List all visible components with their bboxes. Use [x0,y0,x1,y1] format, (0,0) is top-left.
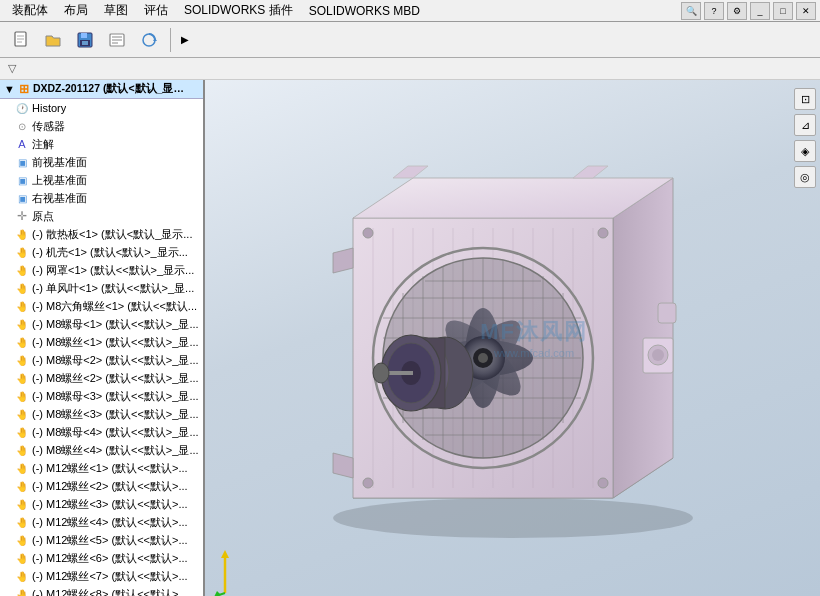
settings-btn[interactable]: ⚙ [727,2,747,20]
m8bolt1-icon: 🤚 [14,298,30,314]
tree-item-m12s8[interactable]: 🤚 (-) M12螺丝<8> (默认<<默认>... [0,585,203,596]
sensor-icon: ⊙ [14,118,30,134]
m12s7-label: (-) M12螺丝<7> (默认<<默认>... [32,569,188,584]
main-layout: ▼ ⊞ DXDZ-201127 (默认<默认_显示状态 🕐 History ⊙ … [0,80,820,596]
tree-item-m8screw2[interactable]: 🤚 (-) M8螺丝<2> (默认<<默认>_显... [0,369,203,387]
tree-item-sensor[interactable]: ⊙ 传感器 [0,117,203,135]
tree-item-m12s2[interactable]: 🤚 (-) M12螺丝<2> (默认<<默认>... [0,477,203,495]
svg-marker-72 [393,166,428,178]
tree-item-right-plane[interactable]: ▣ 右视基准面 [0,189,203,207]
m12s1-icon: 🤚 [14,460,30,476]
m8nut1-icon: 🤚 [14,316,30,332]
svg-point-76 [363,478,373,488]
m12s6-label: (-) M12螺丝<6> (默认<<默认>... [32,551,188,566]
m8bolt1-label: (-) M8六角螺丝<1> (默认<<默认... [32,299,197,314]
properties-button[interactable] [102,26,132,54]
m12s1-label: (-) M12螺丝<1> (默认<<默认>... [32,461,188,476]
m12s8-icon: 🤚 [14,586,30,596]
m12s6-icon: 🤚 [14,550,30,566]
tree-item-origin[interactable]: ✛ 原点 [0,207,203,225]
open-button[interactable] [38,26,68,54]
m12s5-icon: 🤚 [14,532,30,548]
zoom-fit-btn[interactable]: ⊡ [794,88,816,110]
display-style-btn[interactable]: ◈ [794,140,816,162]
tree-item-note[interactable]: A 注解 [0,135,203,153]
m8screw1-icon: 🤚 [14,334,30,350]
filter-bar: ▽ [0,58,820,80]
svg-marker-66 [333,248,353,273]
tree-item-top-plane[interactable]: ▣ 上视基准面 [0,171,203,189]
svg-point-74 [363,228,373,238]
tree-root-label: DXDZ-201127 (默认<默认_显示状态 [33,82,188,96]
tree-item-front-plane[interactable]: ▣ 前视基准面 [0,153,203,171]
model-svg [273,118,753,558]
front-plane-label: 前视基准面 [32,155,87,170]
hide-show-btn[interactable]: ◎ [794,166,816,188]
right-plane-label: 右视基准面 [32,191,87,206]
menu-sw-mbd[interactable]: SOLIDWORKS MBD [301,2,428,20]
top-plane-label: 上视基准面 [32,173,87,188]
search-btn[interactable]: 🔍 [681,2,701,20]
tree-item-m8bolt1[interactable]: 🤚 (-) M8六角螺丝<1> (默认<<默认... [0,297,203,315]
maximize-btn[interactable]: □ [773,2,793,20]
tree-item-m8screw3[interactable]: 🤚 (-) M8螺丝<3> (默认<<默认>_显... [0,405,203,423]
3d-viewport[interactable]: MF沐风网 www.mfcad.com ⊡ ⊿ ◈ ◎ [205,80,820,596]
svg-point-65 [373,363,389,383]
m12s7-icon: 🤚 [14,568,30,584]
tree-item-m12s4[interactable]: 🤚 (-) M12螺丝<4> (默认<<默认>... [0,513,203,531]
m8screw3-icon: 🤚 [14,406,30,422]
m8nut4-label: (-) M8螺母<4> (默认<<默认>_显... [32,425,199,440]
menu-layout[interactable]: 布局 [56,0,96,21]
m8nut4-icon: 🤚 [14,424,30,440]
menu-evaluate[interactable]: 评估 [136,0,176,21]
svg-point-75 [598,228,608,238]
save-button[interactable] [70,26,100,54]
rotate-button[interactable] [134,26,164,54]
expand-icon[interactable]: ▼ [4,83,15,95]
tree-item-history[interactable]: 🕐 History [0,99,203,117]
tree-item-m8nut1[interactable]: 🤚 (-) M8螺母<1> (默认<<默认>_显... [0,315,203,333]
menu-sw-plugins[interactable]: SOLIDWORKS 插件 [176,0,301,21]
help-btn[interactable]: ? [704,2,724,20]
shell-icon: 🤚 [14,244,30,260]
tree-item-heatsink[interactable]: 🤚 (-) 散热板<1> (默认<默认_显示... [0,225,203,243]
new-button[interactable] [6,26,36,54]
svg-rect-5 [81,33,87,38]
m8screw4-icon: 🤚 [14,442,30,458]
right-plane-icon: ▣ [14,190,30,206]
tree-item-m8screw4[interactable]: 🤚 (-) M8螺丝<4> (默认<<默认>_显... [0,441,203,459]
svg-marker-13 [153,38,157,41]
tree-item-shell[interactable]: 🤚 (-) 机壳<1> (默认<默认>_显示... [0,243,203,261]
heatsink-label: (-) 散热板<1> (默认<默认_显示... [32,227,192,242]
model-container [205,80,820,596]
tree-scroll-area[interactable]: 🕐 History ⊙ 传感器 A 注解 ▣ 前视基准面 [0,99,203,596]
minimize-btn[interactable]: _ [750,2,770,20]
toolbar-more-button[interactable]: ▶ [177,26,193,54]
close-btn[interactable]: ✕ [796,2,816,20]
m8screw1-label: (-) M8螺丝<1> (默认<<默认>_显... [32,335,199,350]
menu-assembly[interactable]: 装配体 [4,0,56,21]
tree-item-m12s6[interactable]: 🤚 (-) M12螺丝<6> (默认<<默认>... [0,549,203,567]
svg-marker-81 [214,591,221,596]
tree-item-m12s7[interactable]: 🤚 (-) M12螺丝<7> (默认<<默认>... [0,567,203,585]
shell-label: (-) 机壳<1> (默认<默认>_显示... [32,245,188,260]
tree-item-m8nut2[interactable]: 🤚 (-) M8螺母<2> (默认<<默认>_显... [0,351,203,369]
tree-item-guard[interactable]: 🤚 (-) 网罩<1> (默认<<默认>_显示... [0,261,203,279]
tree-item-m12s5[interactable]: 🤚 (-) M12螺丝<5> (默认<<默认>... [0,531,203,549]
m8nut2-label: (-) M8螺母<2> (默认<<默认>_显... [32,353,199,368]
m12s4-icon: 🤚 [14,514,30,530]
tree-item-m8nut4[interactable]: 🤚 (-) M8螺母<4> (默认<<默认>_显... [0,423,203,441]
svg-marker-79 [221,550,229,558]
tree-item-m8screw1[interactable]: 🤚 (-) M8螺丝<1> (默认<<默认>_显... [0,333,203,351]
view-orient-btn[interactable]: ⊿ [794,114,816,136]
tree-item-m12s1[interactable]: 🤚 (-) M12螺丝<1> (默认<<默认>... [0,459,203,477]
tree-item-m12s3[interactable]: 🤚 (-) M12螺丝<3> (默认<<默认>... [0,495,203,513]
m8nut3-label: (-) M8螺母<3> (默认<<默认>_显... [32,389,199,404]
note-icon: A [14,136,30,152]
menu-sketch[interactable]: 草图 [96,0,136,21]
history-icon: 🕐 [14,100,30,116]
m12s5-label: (-) M12螺丝<5> (默认<<默认>... [32,533,188,548]
tree-item-m8nut3[interactable]: 🤚 (-) M8螺母<3> (默认<<默认>_显... [0,387,203,405]
top-plane-icon: ▣ [14,172,30,188]
tree-item-fan[interactable]: 🤚 (-) 单风叶<1> (默认<<默认>_显... [0,279,203,297]
